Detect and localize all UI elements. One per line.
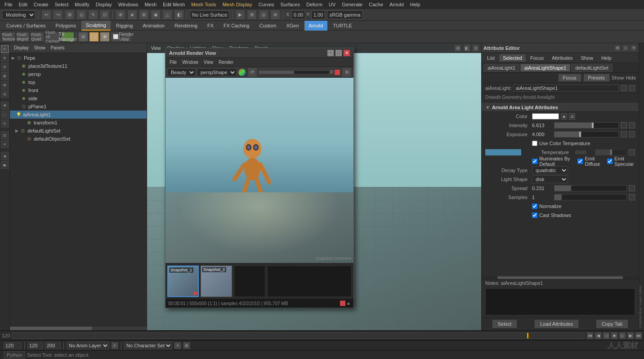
tab-custom[interactable]: Custom <box>255 21 281 31</box>
anim-layer-add[interactable]: + <box>111 342 118 349</box>
move-tool[interactable]: ✛ <box>1 54 9 62</box>
spread-slider[interactable] <box>554 185 627 191</box>
redo-btn[interactable]: ↪ <box>53 10 63 20</box>
menu-display[interactable]: Display <box>93 1 115 8</box>
attr-float-btn[interactable]: □ <box>622 45 629 51</box>
lasso[interactable]: ◌ <box>1 111 9 119</box>
tab-arnold[interactable]: Arnold <box>304 21 328 31</box>
scale-tool[interactable]: ⊞ <box>1 72 9 80</box>
snap3[interactable]: ⊞ <box>139 10 149 20</box>
outliner-item-persp[interactable]: ⊕ persp <box>10 70 147 78</box>
undo-btn[interactable]: ↩ <box>41 10 51 20</box>
render4[interactable]: ⊕ <box>270 10 280 20</box>
outliner-scrollbar[interactable] <box>10 327 147 330</box>
tab-fx[interactable]: FX <box>203 21 218 31</box>
exposure-extra-btn[interactable] <box>629 131 635 137</box>
color-temp-checkbox[interactable] <box>532 141 537 146</box>
render-window-menu[interactable]: Window <box>180 59 201 65</box>
vp-icon3[interactable]: ⊡ <box>472 44 479 52</box>
menu-modify[interactable]: Modify <box>72 1 92 8</box>
expand-pepe[interactable]: ▶ <box>12 56 16 60</box>
outliner-item-place3d[interactable]: ⊞ place3dTexture11 <box>10 62 147 70</box>
menu-file[interactable]: File <box>2 1 15 8</box>
color-swatch[interactable] <box>532 113 559 120</box>
outliner-item-aiAreaLight1[interactable]: 💡 aiAreaLight1 <box>10 111 147 119</box>
tab-rendering[interactable]: Rendering <box>170 21 202 31</box>
rotate-tool[interactable]: ⟳ <box>1 63 9 71</box>
menu-select[interactable]: Select <box>52 1 72 8</box>
render-render-menu[interactable]: Render <box>216 59 236 65</box>
menu-mesh[interactable]: Mesh <box>142 1 159 8</box>
render-settings-btn[interactable]: ⚙ <box>342 67 352 77</box>
attr-notes-textarea[interactable] <box>485 288 635 315</box>
normalize-checkbox[interactable] <box>532 204 537 209</box>
menu-generate[interactable]: Generate <box>339 1 365 8</box>
attr-tab-list[interactable]: List <box>483 54 498 62</box>
attr-tab-help[interactable]: Help <box>598 54 615 62</box>
outliner-item-pepe[interactable]: ▶ ⬡ Pepe <box>10 54 147 62</box>
menu-help[interactable]: Help <box>407 1 423 8</box>
tab-xgen[interactable]: XGen <box>282 21 303 31</box>
char-set-icon[interactable]: ⊕ <box>183 342 190 349</box>
attr-tab-selected[interactable]: Selected <box>499 54 526 62</box>
range-start-input[interactable] <box>27 342 43 349</box>
tool3[interactable]: ✎ <box>88 10 98 20</box>
tab-sculpting[interactable]: Sculpting <box>81 21 111 31</box>
outliner-item-front[interactable]: ⊕ front <box>10 86 147 94</box>
render-view-btn[interactable]: Render View <box>121 32 131 42</box>
decay-type-select[interactable]: quadratic none linear <box>532 166 568 174</box>
outliner-item-transform1[interactable]: ⊞ transform1 <box>10 119 147 127</box>
render1[interactable]: ▶ <box>235 10 245 20</box>
light-shape-select[interactable]: disk quad sphere cylinder <box>532 175 568 183</box>
render3[interactable]: ◎ <box>259 10 268 20</box>
tab-turtle[interactable]: TURTLE <box>328 21 357 31</box>
menu-edit-mesh[interactable]: Edit Mesh <box>160 1 188 8</box>
emit-specular-checkbox[interactable] <box>607 159 613 164</box>
attr-load-btn[interactable]: Load Attributes <box>534 319 579 328</box>
tab-polygons[interactable]: Polygons <box>51 21 80 31</box>
coord-y[interactable]: 1.00 <box>311 10 325 19</box>
timeline-next[interactable]: ▶ <box>627 332 634 339</box>
render-file-menu[interactable]: File <box>167 59 179 65</box>
menu-cache[interactable]: Cache <box>366 1 386 8</box>
color-extra-btn[interactable]: ⊡ <box>569 113 575 120</box>
timeline-stop[interactable]: ■ <box>611 332 618 339</box>
color-connect-btn[interactable]: ◈ <box>561 113 567 120</box>
anim-layer-select[interactable]: No Anim Layer <box>67 341 109 350</box>
samples-connect-btn[interactable] <box>629 194 635 200</box>
menu-arnold[interactable]: Arnold <box>387 1 407 8</box>
outliner-item-defaultObjectSet[interactable]: ⊡ defaultObjectSet <box>10 135 147 143</box>
attr-node-tab-defaultLightSet[interactable]: defaultLightSet <box>571 64 612 72</box>
exposure-connect-btn[interactable] <box>621 131 627 137</box>
tab-animation[interactable]: Animation <box>138 21 169 31</box>
render-refresh-btn[interactable]: ⟳ <box>247 67 257 77</box>
outliner-show-menu[interactable]: Show <box>32 45 48 51</box>
expand-lightset[interactable]: ▶ <box>15 129 20 133</box>
timeline-back[interactable]: ◀ <box>595 332 602 339</box>
snap6[interactable]: ◧ <box>174 10 184 20</box>
menu-windows[interactable]: Windows <box>116 1 141 8</box>
render-mode3[interactable]: ⬢ <box>100 32 110 42</box>
soft-mod[interactable]: ◎ <box>1 90 9 98</box>
render-view-menu[interactable]: View <box>201 59 216 65</box>
menu-edit[interactable]: Edit <box>16 1 30 8</box>
show-hide[interactable]: 👁 <box>1 102 9 110</box>
vp-icon1[interactable]: ⊞ <box>454 44 461 52</box>
attr-close-btn[interactable]: ✕ <box>631 45 637 51</box>
render-camera-select[interactable]: perspShape <box>197 68 237 76</box>
outliner-item-pplane[interactable]: ⬡ pPlane1 <box>10 102 147 111</box>
intensity-slider[interactable] <box>554 122 619 129</box>
temperature-slider[interactable] <box>595 149 627 155</box>
snap2[interactable]: ◈ <box>127 10 137 20</box>
exposure-slider[interactable] <box>554 131 619 137</box>
outliner-item-side[interactable]: ⊕ side <box>10 94 147 102</box>
char-set-select[interactable]: No Character Set <box>124 341 172 350</box>
attr-name-input[interactable] <box>514 84 619 92</box>
attr-hscroll[interactable] <box>482 275 639 279</box>
thumbnail-1[interactable]: Snapshot_1 <box>167 266 199 297</box>
menu-uv[interactable]: UV <box>326 1 338 8</box>
intensity-connect-btn[interactable] <box>621 122 627 129</box>
coord-x[interactable]: 0.00 <box>291 10 305 19</box>
timeline-play-back[interactable]: ◁ <box>603 332 610 339</box>
attr-focus-btn[interactable]: Focus <box>558 74 581 82</box>
